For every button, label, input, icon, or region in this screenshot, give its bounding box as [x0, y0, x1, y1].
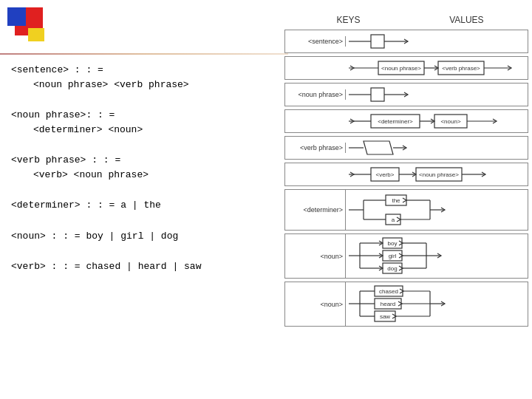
verb-terminals-diagram-row: <noun> chased heard	[284, 282, 528, 327]
verb-rule: <verb> : : = chased | heard | saw	[11, 259, 277, 274]
noun-rule: <noun> : : = boy | girl | dog	[11, 229, 277, 244]
sentence-key: <sentence>	[285, 36, 346, 47]
verb-phrase-rule-line2: <verb> <noun phrase>	[11, 168, 277, 183]
sentence-value-1	[346, 30, 528, 52]
svg-text:<noun phrase>: <noun phrase>	[419, 171, 459, 178]
svg-text:a: a	[392, 216, 395, 223]
noun-phrase-rule-line1: <noun phrase>: : =	[11, 108, 277, 123]
svg-text:<noun phrase>: <noun phrase>	[381, 65, 421, 72]
svg-text:girl: girl	[389, 253, 397, 259]
sentence-svg-2: <noun phrase> <verb phrase>	[349, 58, 526, 78]
verb-terminals-value: chased heard saw	[346, 282, 529, 326]
noun-svg: boy girl dog	[349, 236, 526, 276]
logo-yellow-square	[28, 28, 44, 41]
verb-phrase-svg	[349, 138, 408, 157]
sentence-rule-line2: <noun phrase> <verb phrase>	[11, 78, 277, 92]
noun-phrase-key: <noun phrase>	[285, 89, 346, 100]
grammar-rules-panel: <sentence> : : = <noun phrase> <verb phr…	[11, 63, 277, 290]
verb-rule-line1: <verb> : : = chased | heard | saw	[11, 259, 277, 274]
divider-line	[0, 53, 288, 55]
diagram-header: KEYS VALUES	[284, 15, 528, 25]
values-label: VALUES	[449, 15, 483, 25]
sentence-svg-1	[349, 32, 519, 51]
noun-phrase-diagram-row2: <determiner> <noun>	[284, 109, 528, 133]
verb-phrase-key: <verb phrase>	[285, 143, 346, 153]
logo	[7, 7, 59, 52]
sentence-diagram-row1: <sentence>	[284, 30, 528, 53]
determiner-rule: <determiner> : : = a | the	[11, 198, 277, 213]
sentence-value-2: <noun phrase> <verb phrase>	[346, 57, 529, 79]
noun-phrase-value-2: <determiner> <noun>	[346, 110, 529, 132]
verb-diagram-row: <verb> <noun phrase>	[284, 163, 528, 186]
determiner-svg: the a	[349, 191, 526, 228]
noun-phrase-rule-line2: <determiner> <noun>	[11, 123, 277, 137]
noun-diagram-row: <noun> boy girl	[284, 233, 528, 279]
verb-terminals-svg: chased heard saw	[349, 284, 526, 324]
svg-rect-11	[371, 88, 384, 101]
noun-value: boy girl dog	[346, 234, 529, 278]
svg-text:<determiner>: <determiner>	[378, 118, 413, 125]
determiner-key: <determiner>	[285, 190, 346, 230]
svg-text:<verb>: <verb>	[376, 171, 395, 178]
svg-text:<verb phrase>: <verb phrase>	[442, 65, 480, 72]
verb-phrase-rule: <verb phrase> : : = <verb> <noun phrase>	[11, 153, 277, 182]
svg-text:heard: heard	[381, 301, 395, 307]
sentence-rule: <sentence> : : = <noun phrase> <verb phr…	[11, 63, 277, 92]
railroad-diagrams-panel: KEYS VALUES <sentence> <sentence>	[284, 15, 528, 330]
verb-phrase-diagram-row: <verb phrase>	[284, 136, 528, 160]
svg-rect-1	[371, 35, 384, 48]
noun-phrase-diagram-row1: <noun phrase>	[284, 83, 528, 106]
noun-rule-line1: <noun> : : = boy | girl | dog	[11, 229, 277, 244]
sentence-diagram-row2: <sentence> <noun phrase> <verb phrase>	[284, 56, 528, 80]
svg-text:dog: dog	[387, 265, 397, 272]
svg-text:chased: chased	[379, 288, 398, 295]
svg-text:the: the	[392, 197, 400, 204]
noun-phrase-svg-1	[349, 85, 519, 104]
logo-blue-square	[7, 7, 26, 26]
determiner-value: the a	[346, 190, 529, 230]
verb-phrase-rule-line1: <verb phrase> : : =	[11, 153, 277, 168]
sentence-rule-line1: <sentence> : : =	[11, 63, 277, 78]
determiner-rule-line1: <determiner> : : = a | the	[11, 198, 277, 213]
verb-value: <verb> <noun phrase>	[346, 163, 529, 185]
noun-phrase-value-1	[346, 83, 528, 106]
determiner-diagram-row: <determiner> the a	[284, 189, 528, 231]
verb-terminals-key: <noun>	[285, 282, 346, 326]
noun-key: <noun>	[285, 234, 346, 278]
keys-label: KEYS	[336, 15, 360, 25]
noun-phrase-rule: <noun phrase>: : = <determiner> <noun>	[11, 108, 277, 137]
verb-phrase-value	[346, 137, 528, 159]
svg-text:boy: boy	[388, 240, 398, 247]
svg-marker-21	[364, 141, 393, 154]
svg-text:saw: saw	[380, 313, 390, 320]
noun-phrase-svg-2: <determiner> <noun>	[349, 112, 526, 131]
verb-svg: <verb> <noun phrase>	[349, 165, 526, 184]
svg-text:<noun>: <noun>	[440, 118, 460, 125]
